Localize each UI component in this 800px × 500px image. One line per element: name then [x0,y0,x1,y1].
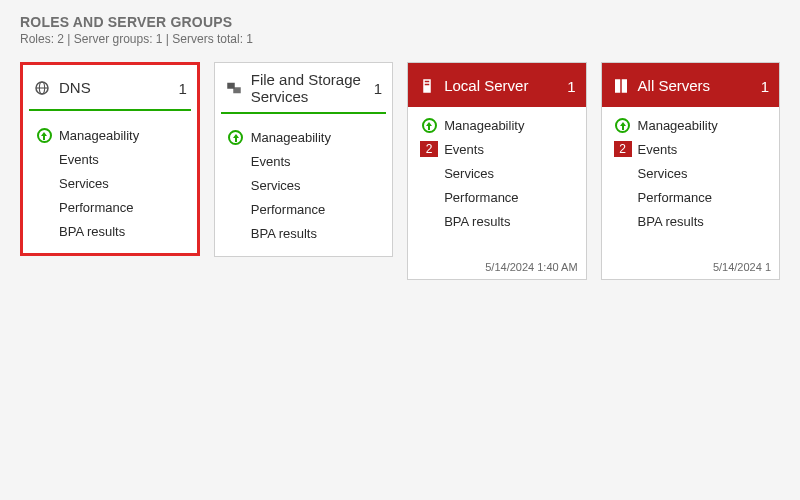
item-label: Performance [444,190,518,205]
item-label: Services [59,176,109,191]
item-indicator: 2 [418,141,440,157]
tile-items: ManageabilityEventsServicesPerformanceBP… [215,120,392,256]
tile-dns[interactable]: DNS1ManageabilityEventsServicesPerforman… [20,62,200,256]
status-up-icon [228,130,243,145]
status-up-icon [37,128,52,143]
tile-timestamp: 5/14/2024 1 [602,243,779,279]
item-label: Manageability [444,118,524,133]
item-label: Events [251,154,291,169]
item-label: Manageability [638,118,718,133]
item-label: BPA results [638,214,704,229]
tile-count: 1 [173,80,187,97]
tile-item[interactable]: Performance [33,195,187,219]
tile-item[interactable]: Performance [225,198,382,222]
tile-item[interactable]: Events [33,147,187,171]
tile-header[interactable]: All Servers1 [602,63,779,107]
svg-rect-9 [621,79,626,93]
tile-item[interactable]: Services [418,161,575,185]
tile-item[interactable]: Services [33,171,187,195]
tile-item[interactable]: Performance [612,185,769,209]
alert-badge: 2 [420,141,438,157]
dns-icon [33,79,51,97]
item-label: Manageability [251,130,331,145]
item-label: Performance [638,190,712,205]
tile-file-storage[interactable]: File and Storage Services1ManageabilityE… [214,62,393,257]
svg-rect-6 [425,81,430,83]
tile-title: All Servers [638,77,755,94]
item-label: BPA results [444,214,510,229]
item-indicator [418,118,440,133]
tile-item[interactable]: Manageability [225,126,382,150]
tile-title: Local Server [444,77,561,94]
tile-header[interactable]: File and Storage Services1 [215,63,392,112]
tile-local-server[interactable]: Local Server1Manageability2EventsService… [407,62,586,280]
tile-item[interactable]: Services [225,174,382,198]
server-icon [418,77,436,95]
item-label: Manageability [59,128,139,143]
item-indicator: 2 [612,141,634,157]
tile-title: DNS [59,79,173,96]
tile-item[interactable]: Manageability [418,113,575,137]
svg-rect-8 [615,79,620,93]
tile-item[interactable]: 2Events [418,137,575,161]
tile-items: ManageabilityEventsServicesPerformanceBP… [23,117,197,253]
tile-item[interactable]: Performance [418,185,575,209]
tile-title: File and Storage Services [251,71,368,106]
item-label: Events [638,142,678,157]
tile-item[interactable]: Services [612,161,769,185]
item-label: Events [59,152,99,167]
tile-item[interactable]: BPA results [612,209,769,233]
item-label: Performance [59,200,133,215]
tile-all-servers[interactable]: All Servers1Manageability2EventsServices… [601,62,780,280]
tile-item[interactable]: BPA results [33,219,187,243]
item-label: Services [251,178,301,193]
tile-item[interactable]: 2Events [612,137,769,161]
item-indicator [225,130,247,145]
tile-item[interactable]: BPA results [418,209,575,233]
svg-rect-4 [233,88,241,94]
tile-count: 1 [755,78,769,95]
status-up-icon [422,118,437,133]
tiles-container: DNS1ManageabilityEventsServicesPerforman… [20,62,780,280]
tile-item[interactable]: Manageability [33,123,187,147]
tile-item[interactable]: Events [225,150,382,174]
item-indicator [33,128,55,143]
storage-icon [225,79,243,97]
alert-badge: 2 [614,141,632,157]
tile-items: Manageability2EventsServicesPerformanceB… [602,107,779,243]
item-label: BPA results [251,226,317,241]
item-label: Events [444,142,484,157]
tile-items: Manageability2EventsServicesPerformanceB… [408,107,585,243]
tile-rule [221,112,386,114]
tile-timestamp: 5/14/2024 1:40 AM [408,243,585,279]
tile-count: 1 [368,80,382,97]
tile-rule [29,109,191,111]
tile-header[interactable]: Local Server1 [408,63,585,107]
tile-count: 1 [562,78,576,95]
section-title: ROLES AND SERVER GROUPS [20,14,780,30]
item-label: Services [638,166,688,181]
tile-item[interactable]: BPA results [225,222,382,246]
servers-icon [612,77,630,95]
tile-item[interactable]: Manageability [612,113,769,137]
item-indicator [612,118,634,133]
status-up-icon [615,118,630,133]
tile-header[interactable]: DNS1 [23,65,197,109]
item-label: BPA results [59,224,125,239]
item-label: Performance [251,202,325,217]
section-subtitle: Roles: 2 | Server groups: 1 | Servers to… [20,32,780,46]
item-label: Services [444,166,494,181]
svg-rect-7 [425,84,430,86]
